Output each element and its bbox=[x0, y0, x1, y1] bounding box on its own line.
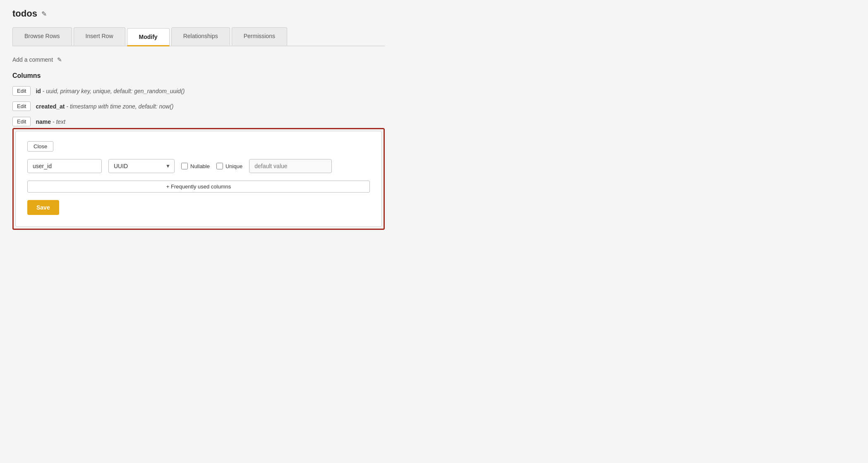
tab-permissions[interactable]: Permissions bbox=[232, 27, 287, 46]
unique-label: Unique bbox=[225, 163, 242, 169]
comment-row: Add a comment ✎ bbox=[12, 56, 385, 63]
tab-modify[interactable]: Modify bbox=[127, 28, 170, 46]
page-title: todos bbox=[12, 8, 37, 19]
column-name-name: name bbox=[36, 118, 51, 125]
unique-checkbox[interactable] bbox=[216, 163, 223, 169]
columns-list: Edit id - uuid, primary key, unique, def… bbox=[12, 86, 385, 126]
column-name-info: name - text bbox=[36, 118, 65, 125]
columns-section-title: Columns bbox=[12, 72, 385, 80]
column-name-input[interactable] bbox=[27, 159, 102, 173]
column-id-meta: - uuid, primary key, unique, default: ge… bbox=[43, 88, 185, 94]
tab-relationships[interactable]: Relationships bbox=[171, 27, 230, 46]
table-row: Edit created_at - timestamp with time zo… bbox=[12, 101, 385, 111]
table-row: Edit name - text bbox=[12, 117, 385, 126]
tab-insert-row[interactable]: Insert Row bbox=[74, 27, 125, 46]
close-button[interactable]: Close bbox=[27, 141, 53, 152]
column-created-at-name: created_at bbox=[36, 103, 65, 110]
default-value-input[interactable] bbox=[249, 159, 332, 173]
unique-checkbox-group: Unique bbox=[216, 163, 242, 169]
tabs-container: Browse Rows Insert Row Modify Relationsh… bbox=[12, 27, 385, 46]
save-button[interactable]: Save bbox=[27, 200, 59, 215]
comment-edit-icon[interactable]: ✎ bbox=[57, 56, 62, 63]
edit-column-created-at-button[interactable]: Edit bbox=[12, 101, 31, 111]
edit-column-name-button[interactable]: Edit bbox=[12, 117, 31, 126]
tab-browse-rows[interactable]: Browse Rows bbox=[12, 27, 72, 46]
column-created-at-meta: - timestamp with time zone, default: now… bbox=[66, 103, 173, 110]
column-name-meta: - text bbox=[53, 118, 65, 125]
columns-section: Columns Edit id - uuid, primary key, uni… bbox=[12, 72, 385, 230]
type-select-wrapper: UUID text integer boolean timestamp nume… bbox=[108, 159, 175, 173]
add-comment-label: Add a comment bbox=[12, 56, 53, 63]
nullable-checkbox-group: Nullable bbox=[181, 163, 210, 169]
table-row: Edit id - uuid, primary key, unique, def… bbox=[12, 86, 385, 96]
edit-form-row: UUID text integer boolean timestamp nume… bbox=[27, 159, 370, 173]
edit-panel-highlight: Close UUID text integer boolean timestam… bbox=[12, 128, 385, 230]
type-select[interactable]: UUID text integer boolean timestamp nume… bbox=[108, 159, 175, 173]
column-id-name: id bbox=[36, 88, 41, 94]
page-title-row: todos ✎ bbox=[12, 8, 385, 19]
nullable-label: Nullable bbox=[190, 163, 210, 169]
column-id-info: id - uuid, primary key, unique, default:… bbox=[36, 88, 185, 94]
frequently-used-columns-button[interactable]: + Frequently used columns bbox=[27, 181, 370, 193]
edit-panel: Close UUID text integer boolean timestam… bbox=[15, 131, 382, 227]
edit-column-id-button[interactable]: Edit bbox=[12, 86, 31, 96]
nullable-checkbox[interactable] bbox=[181, 163, 188, 169]
column-created-at-info: created_at - timestamp with time zone, d… bbox=[36, 103, 173, 110]
title-edit-icon[interactable]: ✎ bbox=[41, 10, 47, 18]
